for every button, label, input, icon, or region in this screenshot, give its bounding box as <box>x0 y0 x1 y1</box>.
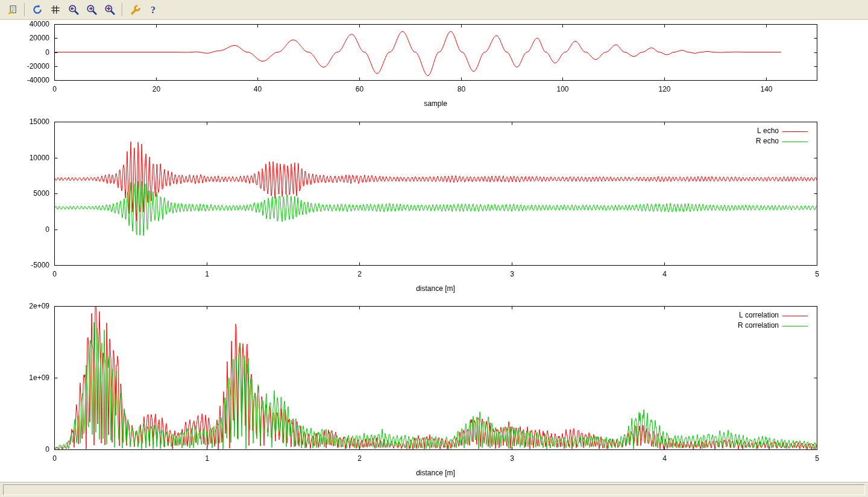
zoom-next-button[interactable] <box>83 2 99 17</box>
zoom-previous-button[interactable] <box>65 2 81 17</box>
chart-echo-signals[interactable] <box>0 117 868 298</box>
zoom-previous-icon <box>68 4 79 15</box>
configure-button[interactable] <box>127 2 143 17</box>
copy-to-clipboard-icon <box>7 4 17 15</box>
replot-icon <box>32 4 43 15</box>
grid-icon <box>50 4 61 15</box>
chart-correlation[interactable] <box>0 298 868 482</box>
help-button[interactable]: ? <box>145 2 161 17</box>
toolbar: ? <box>0 0 868 20</box>
status-bar <box>0 482 868 497</box>
chart-ping-waveform[interactable] <box>0 20 868 117</box>
toggle-grid-button[interactable] <box>47 2 63 17</box>
zoom-next-icon <box>86 4 97 15</box>
copy-to-clipboard-button[interactable] <box>4 2 20 17</box>
wrench-icon <box>130 4 140 15</box>
toolbar-separator <box>122 3 122 16</box>
gnuplot-window: ? <box>0 0 868 497</box>
toolbar-separator <box>24 3 25 16</box>
replot-button[interactable] <box>29 2 45 17</box>
svg-text:?: ? <box>151 5 156 15</box>
help-icon: ? <box>148 4 159 15</box>
plot-area <box>0 20 868 482</box>
autoscale-button[interactable] <box>101 2 118 17</box>
status-text <box>3 484 865 495</box>
autoscale-icon <box>104 4 115 15</box>
